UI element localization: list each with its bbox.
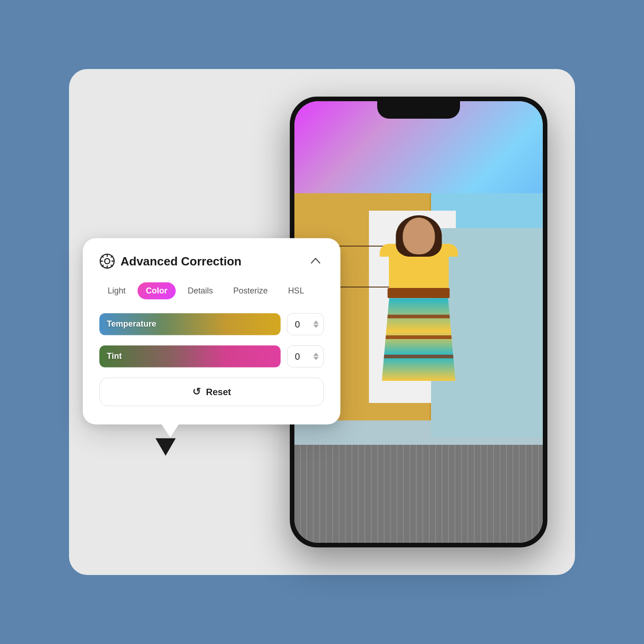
phone-notch xyxy=(377,101,460,119)
temperature-up-arrow[interactable] xyxy=(313,321,319,324)
tab-posterize[interactable]: Posterize xyxy=(225,282,276,299)
temperature-label: Temperature xyxy=(107,319,156,329)
tab-color[interactable]: Color xyxy=(138,282,176,299)
tooltip-pointer xyxy=(155,438,176,456)
temperature-down-arrow[interactable] xyxy=(313,325,319,328)
cobblestone-road xyxy=(294,445,543,543)
temperature-value-box: 0 xyxy=(287,313,324,335)
woman-head xyxy=(402,218,435,254)
reset-button[interactable]: ↺ Reset xyxy=(99,378,324,406)
svg-point-1 xyxy=(104,259,109,264)
settings-wheel-icon xyxy=(99,253,115,269)
reset-icon: ↺ xyxy=(192,386,201,398)
tint-down-arrow[interactable] xyxy=(313,357,319,360)
tint-slider-group: Tint 0 xyxy=(99,345,324,368)
tint-slider-row: Tint 0 xyxy=(99,345,324,368)
woman-belt xyxy=(388,288,450,298)
panel-title: Advanced Correction xyxy=(121,254,242,268)
tab-details[interactable]: Details xyxy=(179,282,221,299)
woman-skirt xyxy=(382,298,455,381)
reset-label: Reset xyxy=(206,386,231,397)
tab-light[interactable]: Light xyxy=(99,282,134,299)
tab-group: Light Color Details Posterize HSL xyxy=(99,282,324,299)
woman-head-area xyxy=(402,218,435,254)
temperature-slider-group: Temperature 0 xyxy=(99,313,324,335)
tint-value: 0 xyxy=(295,351,300,362)
tint-gradient xyxy=(99,345,281,368)
woman-figure xyxy=(351,218,487,455)
temperature-slider-row: Temperature 0 xyxy=(99,313,324,335)
main-card: Advanced Correction Light Color Details … xyxy=(69,69,575,575)
woman-top-garment xyxy=(389,252,448,289)
tint-up-arrow[interactable] xyxy=(313,353,319,356)
tint-label: Tint xyxy=(107,351,122,361)
temperature-track[interactable]: Temperature xyxy=(99,313,281,335)
collapse-button[interactable] xyxy=(307,253,324,270)
chevron-up-icon xyxy=(309,255,322,268)
tint-spinner[interactable] xyxy=(313,353,319,360)
panel-title-group: Advanced Correction xyxy=(99,253,242,269)
advanced-correction-panel: Advanced Correction Light Color Details … xyxy=(83,238,340,425)
temperature-spinner[interactable] xyxy=(313,321,319,328)
panel-header: Advanced Correction xyxy=(99,253,324,270)
tab-hsl[interactable]: HSL xyxy=(280,282,312,299)
temperature-value: 0 xyxy=(295,319,300,329)
tint-track[interactable]: Tint xyxy=(99,345,281,368)
tint-value-box: 0 xyxy=(287,345,324,368)
